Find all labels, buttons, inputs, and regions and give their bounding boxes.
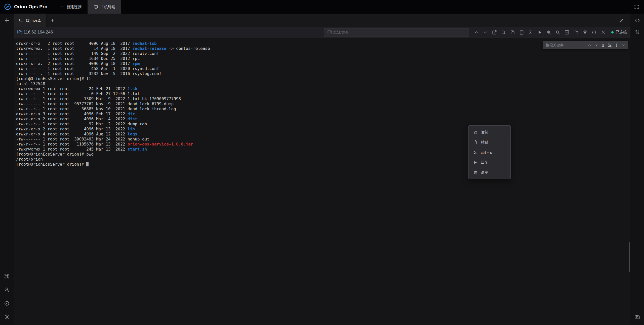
context-menu-clear-label: 清空 <box>481 170 488 175</box>
context-menu-copy[interactable]: 复制 <box>469 127 510 137</box>
theme-button[interactable] <box>2 299 11 308</box>
terminal-line: [root@OrionEcsServer orion]# <box>16 162 210 167</box>
terminal-line: drwxr-xr-x 2 root root 4096 Mar 4 2022 d… <box>16 117 210 122</box>
whole-word-button[interactable]: W <box>607 43 612 48</box>
terminal-line: drwxr-xr-x 3 root root 4096 Feb 17 2022 … <box>16 112 210 117</box>
camera-icon <box>634 314 640 320</box>
paste-button[interactable] <box>518 28 525 36</box>
trash-icon <box>473 170 477 175</box>
zoom-in-icon <box>546 30 551 35</box>
find-next-button[interactable] <box>594 43 599 48</box>
right-sidebar-bottom <box>633 312 642 325</box>
terminal-line: -rw-r--r-- 1 root root 1185676 Mar 13 20… <box>16 142 210 147</box>
user-icon <box>4 287 10 293</box>
connection-status-dot <box>611 31 614 33</box>
folder-icon <box>574 30 578 35</box>
terminal-cursor <box>86 162 89 166</box>
app-title: Orion Ops Pro <box>14 4 47 10</box>
disconnect-button[interactable] <box>590 28 598 36</box>
terminal-line: -rw------- 1 root root 39082493 Mar 24 2… <box>16 137 210 142</box>
code-view-button[interactable] <box>633 16 642 25</box>
terminal-line: -rw-r--r-- 1 root root 458 Apr 1 2020 rs… <box>16 66 210 71</box>
send-command-input[interactable] <box>324 28 469 37</box>
plus-icon <box>60 5 64 9</box>
paste-icon <box>473 140 477 145</box>
copy-icon <box>473 130 477 134</box>
sigma-icon <box>473 150 477 155</box>
tab-bar: (1) host1 <box>14 14 630 27</box>
app-brand: Orion Ops Pro <box>0 0 54 14</box>
settings-button[interactable] <box>2 312 11 321</box>
match-case-button[interactable]: A <box>600 43 606 48</box>
regex-button[interactable]: I <box>614 43 619 48</box>
close-all-tabs-button[interactable] <box>618 16 625 24</box>
add-tab-button[interactable] <box>47 14 58 27</box>
terminal-line: -rw------- 1 root root 95377762 Nov 9 20… <box>16 101 210 106</box>
search-input[interactable] <box>546 43 585 47</box>
scroll-down-button[interactable] <box>481 28 489 36</box>
close-search-button[interactable] <box>621 43 626 48</box>
search-button[interactable] <box>500 28 507 36</box>
terminal-context-menu: 复制 粘贴 ctrl + c 回车 清空 <box>468 125 511 179</box>
select-all-button[interactable] <box>563 28 571 36</box>
plus-icon <box>4 18 10 23</box>
menu-host-terminal-label: 主机终端 <box>100 5 115 9</box>
command-palette-button[interactable] <box>2 272 11 281</box>
context-menu-paste[interactable]: 粘贴 <box>469 137 510 147</box>
copy-button[interactable] <box>509 28 516 36</box>
zoom-out-icon <box>555 30 560 35</box>
fullscreen-icon <box>634 5 639 9</box>
zoom-in-button[interactable] <box>545 28 552 36</box>
monitor-icon <box>94 5 98 9</box>
context-menu-enter-label: 回车 <box>481 160 488 165</box>
context-menu-ctrl-c-label: ctrl + c <box>481 150 492 155</box>
chevron-down-icon <box>483 30 488 35</box>
zoom-out-button[interactable] <box>554 28 561 36</box>
terminal-line: -rw-r--r-- 1 root root 1309 Mar 9 2022 1… <box>16 96 210 101</box>
gear-icon <box>4 314 10 320</box>
top-bar: Orion Ops Pro 新建连接 主机终端 <box>0 0 644 14</box>
sftp-button[interactable] <box>572 28 580 36</box>
send-enter-button[interactable] <box>536 28 543 36</box>
terminal-line: drwxr-xr-x 2 root root 4096 Aug 18 2017 … <box>16 41 210 46</box>
terminal-line: -rw-r--r-- 1 root root 149 Sep 2 2022 re… <box>16 51 210 56</box>
new-terminal-button[interactable] <box>2 16 11 25</box>
find-previous-button[interactable] <box>587 43 592 48</box>
user-button[interactable] <box>2 285 11 294</box>
terminal-line: /root/orion <box>16 157 210 162</box>
close-terminal-button[interactable] <box>599 28 607 36</box>
screenshot-button[interactable] <box>633 312 642 321</box>
terminal-line: -rw-r--r--. 1 root root 3232 Nov 5 2016 … <box>16 71 210 76</box>
clear-screen-button[interactable] <box>581 28 589 36</box>
ctrl-c-button[interactable] <box>527 28 534 36</box>
menu-host-terminal[interactable]: 主机终端 <box>88 0 121 14</box>
scroll-up-button[interactable] <box>472 28 480 36</box>
context-menu-ctrl-c[interactable]: ctrl + c <box>469 147 510 157</box>
context-menu-clear[interactable]: 清空 <box>469 167 510 177</box>
terminal-tab-host1[interactable]: (1) host1 <box>14 14 47 27</box>
copy-icon <box>510 30 515 35</box>
swap-vertical-button[interactable] <box>633 27 642 37</box>
close-icon <box>601 30 606 35</box>
context-menu-enter[interactable]: 回车 <box>469 157 510 167</box>
terminal-toolbar: IP: 116.62.194.246 已连接 <box>14 27 630 38</box>
chevron-down-icon <box>595 44 598 47</box>
terminal-line: drwxr-xr-x 4 root root 4096 Aug 12 2022 … <box>16 132 210 137</box>
open-window-button[interactable] <box>491 28 498 36</box>
terminal-line: -rwxrwxrwx 1 root root 24 Feb 21 2022 1.… <box>16 86 210 91</box>
right-sidebar <box>630 14 644 325</box>
terminal-search-box: A W I <box>543 41 628 49</box>
fullscreen-button[interactable] <box>633 3 640 11</box>
menu-new-connection[interactable]: 新建连接 <box>54 0 88 14</box>
left-sidebar <box>0 14 14 325</box>
context-menu-copy-label: 复制 <box>481 130 488 135</box>
terminal-scrollbar-thumb[interactable] <box>629 242 630 272</box>
close-icon <box>622 44 625 47</box>
terminal-line: [root@OrionEcsServer orion]# pwd <box>16 152 210 157</box>
terminal-line: -rw-r--r-- 1 root root 1634 Dec 25 2012 … <box>16 56 210 61</box>
open-window-icon <box>492 30 497 35</box>
terminal-line: -rw-r--r-- 1 root root 36885 Nov 10 2021… <box>16 106 210 112</box>
host-ip-label: IP: 116.62.194.246 <box>17 30 53 35</box>
terminal-line: drwxr-xr-x. 2 root root 4096 Aug 18 2017… <box>16 61 210 66</box>
terminal-screen[interactable]: drwxr-xr-x 2 root root 4096 Aug 18 2017 … <box>14 38 630 325</box>
